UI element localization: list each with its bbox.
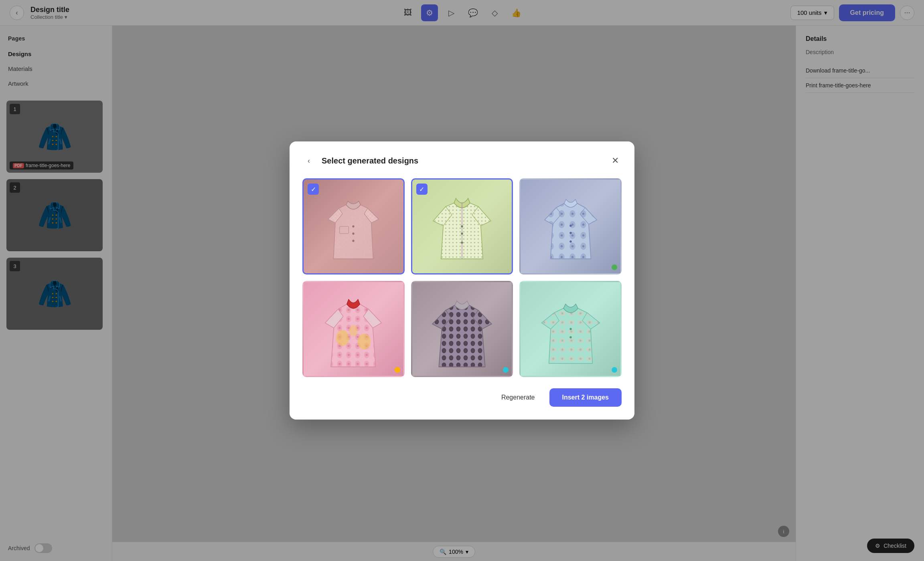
insert-button[interactable]: Insert 2 images <box>549 388 622 407</box>
design-card-6[interactable]: ✓ <box>519 281 622 377</box>
svg-point-4 <box>353 225 355 227</box>
svg-point-18 <box>569 232 571 234</box>
modal-close-button[interactable]: ✕ <box>609 154 622 167</box>
svg-point-12 <box>461 232 463 234</box>
svg-point-23 <box>336 330 349 346</box>
design-card-5[interactable]: ✓ <box>411 281 513 377</box>
design-checkbox-2: ✓ <box>416 184 428 195</box>
svg-point-32 <box>569 328 571 330</box>
svg-point-19 <box>569 240 571 242</box>
modal-title: Select generated designs <box>322 156 418 165</box>
card-dot-3 <box>612 264 617 270</box>
svg-point-13 <box>461 242 463 244</box>
svg-point-5 <box>353 232 355 234</box>
svg-point-24 <box>358 334 371 350</box>
modal-overlay[interactable]: ‹ Select generated designs ✕ ✓ <box>0 0 924 561</box>
svg-point-25 <box>349 325 358 336</box>
designs-grid: ✓ <box>302 178 622 377</box>
svg-point-17 <box>569 225 571 227</box>
design-card-1[interactable]: ✓ <box>302 178 405 274</box>
svg-point-6 <box>353 240 355 242</box>
design-card-4[interactable]: ✓ <box>302 281 405 377</box>
card-dot-4 <box>395 367 400 373</box>
design-checkbox-1: ✓ <box>308 184 319 195</box>
svg-point-11 <box>461 225 463 227</box>
modal-header: ‹ Select generated designs ✕ <box>302 154 622 167</box>
regenerate-button[interactable]: Regenerate <box>493 390 543 405</box>
card-dot-5 <box>503 367 509 373</box>
card-dot-6 <box>612 367 617 373</box>
modal-back-button[interactable]: ‹ <box>302 154 315 167</box>
modal-header-left: ‹ Select generated designs <box>302 154 418 167</box>
modal-dialog: ‹ Select generated designs ✕ ✓ <box>290 141 634 420</box>
design-card-3[interactable]: ✓ <box>519 178 622 274</box>
modal-footer: Regenerate Insert 2 images <box>302 388 622 407</box>
svg-point-33 <box>569 336 571 338</box>
design-card-2[interactable]: ✓ <box>411 178 513 274</box>
